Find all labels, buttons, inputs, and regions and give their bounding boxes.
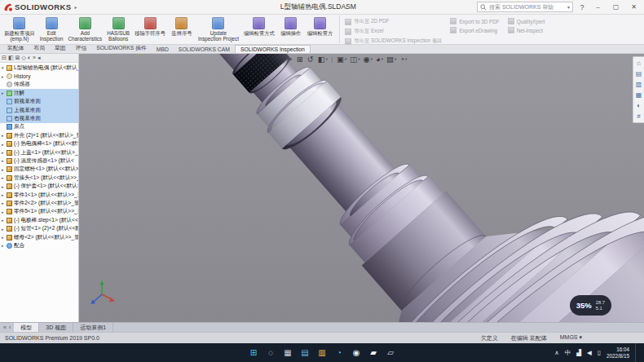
command-tab[interactable]: SOLIDWORKS 插件 [91,43,152,53]
export-menu-item[interactable]: 导出至 Excel [345,28,442,35]
dropdown-caret-icon[interactable]: ▾ [345,55,346,64]
search-caret-icon[interactable]: ▾ [567,4,570,10]
balloons-button[interactable]: HAS/SUB Balloons [104,15,132,43]
zoom-fit-icon[interactable]: ⌖ [288,55,293,64]
tree-item[interactable]: ▸ 注解 [0,89,78,97]
tree-item[interactable]: ▾ L型轴辅热电偶 (默认<默认_显示状-1 [0,64,78,72]
add-characteristics-button[interactable]: Add Characteristics [66,15,105,43]
tree-item[interactable]: ▸ (-) 保护套<1> (默认<<默认>_显示状态 [0,182,78,190]
tree-item[interactable]: ▸ 零件2<2> (默认<<默认>_显示状 [0,199,78,207]
splitter-icon[interactable]: « [3,324,7,330]
tree-item[interactable]: ▸ 零件1<1> (默认<<默认>>_显示状态 [0,191,78,199]
command-tab[interactable]: MBD [152,46,174,53]
tree-item[interactable]: ▸ (-) 温度传感器<1> (默认< [0,157,78,165]
view-palette-icon[interactable]: ▦ [636,91,642,99]
custom-properties-icon[interactable]: # [637,113,640,120]
volume-icon[interactable]: ◀ [587,350,592,356]
minimize-button[interactable]: – [591,1,605,13]
configurationmanager-tab-icon[interactable]: ⊠ [15,54,20,62]
tree-item[interactable]: ▸ 外壳 (2)+1 (默认<<默认>_显示状 [0,131,78,139]
command-tab[interactable]: 布局 [29,43,50,53]
network-icon[interactable]: ▟ [576,350,581,356]
status-item[interactable]: 欠定义 [481,334,498,342]
propertymanager-tab-icon[interactable]: ◧ [8,54,14,62]
solidworks-resources-icon[interactable]: ⌂ [637,60,641,67]
dropdown-caret-icon[interactable]: ▾ [405,55,407,64]
tree-item[interactable]: ▸ (-) 热电偶棒<1> (默认<<默认>>_显 [0,140,78,148]
command-tab[interactable]: SOLIDWORKS CAM [174,46,235,53]
tree-item[interactable]: ▸ (-) 上盖<1> (默认<<默认>_显示 [0,148,78,157]
select-balloons-button[interactable]: 选择序号 [168,15,196,43]
maximize-button[interactable]: ▢ [609,1,623,13]
dropdown-caret-icon[interactable]: ▾ [358,55,359,64]
apply-scene-icon[interactable]: ▤▾ [386,55,396,64]
3d-model[interactable] [79,54,644,322]
export-menu-item[interactable]: 导出至 2D PDF [345,18,442,25]
dropdown-caret-icon[interactable]: ▾ [382,55,383,64]
displaymanager-tab-icon[interactable]: ◐ [28,54,31,62]
design-library-icon[interactable]: ▤ [636,70,642,77]
tree-item[interactable]: ▸ History [0,72,78,80]
new-inspection-project-button[interactable]: 新建检查项目 (emp.N) [2,15,37,43]
export-menu-item[interactable]: Export to 3D PDF [450,18,499,24]
solidworks-logo[interactable]: SOLIDWORKS ▸ [3,2,77,12]
model-tab[interactable]: 运动算例1 [73,323,113,332]
tree-item[interactable]: ▸ (-) 短管<1> (2)+2 (默认<<默认> [0,224,78,232]
tray-expand-icon[interactable]: ∧ [554,350,559,356]
panel-chevron-icon[interactable]: » [33,54,36,62]
update-inspection-project-button[interactable]: Update Inspection Project [196,15,241,43]
ime-indicator[interactable]: 中 [565,350,571,356]
zoom-area-icon[interactable]: ⊞ [297,55,304,64]
edit-inspection-button[interactable]: Edit Inspection [37,15,66,43]
view-settings-icon[interactable]: ◔▾ [399,55,407,64]
file-explorer-icon[interactable]: ▥ [636,81,642,88]
document-icon[interactable]: ▱ [384,347,397,360]
graphics-area[interactable]: ⌖⊞↺◧▾|▣▾◫▾◉▾◕▾▤▾◔▾ ⌂▤▥▦◐# 35% 28.7 [79,54,644,322]
dimxpert-tab-icon[interactable]: ◇ [21,54,25,62]
command-tab[interactable]: SOLIDWORKS Inspection [235,45,311,53]
export-menu-item[interactable]: QualityXpert [508,18,545,24]
show-desktop-button[interactable] [635,343,637,362]
tree-item[interactable]: 前视基准面 [0,98,78,106]
export-menu-item[interactable]: Net-Inspect [508,27,545,33]
edit-operation-button[interactable]: 编辑操作 [277,15,305,43]
help-button[interactable]: ? [577,3,587,11]
menu-expand-icon[interactable]: ▸ [74,4,77,10]
clock[interactable]: 16:04 2022/8/15 [607,347,629,359]
tab-scroll-icon[interactable]: ‹ [9,324,11,330]
command-tab[interactable]: 装配体 [2,43,29,53]
tree-item[interactable]: ▸ 螺母<2> (默认<<默认>>_显 [0,233,78,241]
command-tab[interactable]: 草图 [50,43,71,53]
previous-view-icon[interactable]: ↺ [307,55,315,64]
chrome-icon[interactable]: ◉ [350,347,363,360]
edit-appearance-icon[interactable]: ◕▾ [376,55,383,64]
collapse-panel-icon[interactable]: ◂ [37,54,41,62]
tree-item[interactable]: 右视基准面 [0,114,78,122]
model-tab[interactable]: 模型 [14,323,39,332]
file-explorer-icon[interactable]: ▥ [315,347,329,360]
display-style-icon[interactable]: ◫▾ [350,55,359,64]
featuremanager-tab-icon[interactable]: ⊟ [2,54,7,62]
tree-item[interactable]: ▸ 配合 [0,241,78,249]
appearances-scenes-icon[interactable]: ◐ [637,102,641,109]
close-button[interactable]: ✕ [627,1,641,13]
edge-icon[interactable]: ◔ [333,347,346,360]
tree-item[interactable]: ▸ 管接头<1> (默认<<默认>>_显 [0,174,78,182]
dropdown-caret-icon[interactable]: ▾ [326,55,328,64]
section-view-icon[interactable]: ◧▾ [318,55,328,64]
tree-item[interactable]: ▸ 固定螺栓<1> (默认<<默认>_显示状 [0,166,78,174]
view-orientation-icon[interactable]: ▣▾ [337,55,346,64]
remove-balloons-button[interactable]: 移除字符序号 [132,15,168,43]
status-item[interactable]: MMGS ▾ [560,334,582,342]
hud-separator[interactable]: | [331,55,333,64]
command-tab[interactable]: 评估 [71,43,92,53]
tree-item[interactable]: ▸ (-) 电极棒.step<1> (默认<<默 [0,216,78,224]
export-menu-item[interactable]: 导出至 SOLIDWORKS Inspection 项目 [345,38,442,45]
dropdown-caret-icon[interactable]: ▾ [395,55,396,64]
widgets-icon[interactable]: ▤ [298,347,311,360]
solidworks-taskbar-icon[interactable]: ▰ [367,347,380,360]
search-input[interactable]: 搜索 SOLIDWORKS 帮助 ▾ [477,2,573,12]
tree-item[interactable]: ▸ 零件5<1> (默认<<默认>>_显示状 [0,208,78,216]
export-menu-item[interactable]: Export eDrawing [450,27,499,33]
tree-item[interactable]: 传感器 [0,81,78,89]
